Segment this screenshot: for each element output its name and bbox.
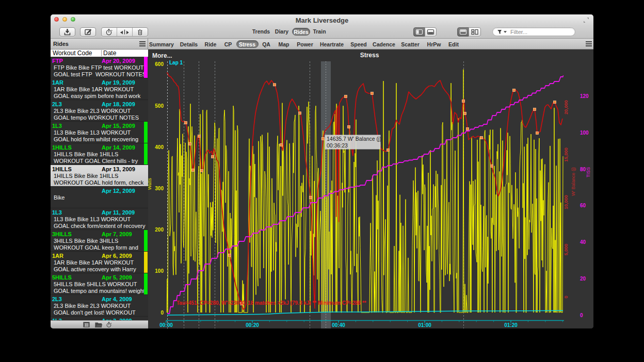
- svg-text:500: 500: [155, 103, 164, 109]
- svg-text:300: 300: [155, 186, 164, 191]
- svg-text:80: 80: [580, 167, 586, 172]
- svg-text:60: 60: [580, 203, 586, 208]
- svg-text:TISS: TISS: [586, 167, 591, 177]
- svg-text:01:00: 01:00: [418, 322, 431, 328]
- svg-text:200: 200: [155, 227, 164, 233]
- svg-text:100: 100: [580, 130, 589, 136]
- svg-text:00:00: 00:00: [159, 322, 173, 328]
- svg-text:20: 20: [580, 276, 586, 282]
- svg-text:Lap 1: Lap 1: [169, 60, 183, 65]
- svg-text:400: 400: [155, 144, 164, 150]
- svg-text:14635.7 W' Balance (j): 14635.7 W' Balance (j): [327, 136, 381, 142]
- svg-text:600: 600: [155, 61, 164, 67]
- svg-text:5,000: 5,000: [564, 244, 569, 256]
- svg-text:120: 120: [580, 93, 589, 99]
- svg-text:00:40: 00:40: [332, 322, 345, 328]
- svg-text:Watts: Watts: [148, 178, 152, 190]
- svg-text:40: 40: [580, 239, 586, 245]
- svg-text:20,000: 20,000: [564, 100, 569, 114]
- svg-text:More...: More...: [152, 52, 172, 59]
- svg-text:100: 100: [155, 268, 164, 274]
- svg-text:0: 0: [160, 310, 164, 316]
- svg-text:Tau=451, CP=280, W'=23000, 18: Tau=451, CP=280, W'=23000, 18 matches >2…: [176, 300, 366, 306]
- svg-text:10,000: 10,000: [564, 195, 569, 209]
- svg-text:01:20: 01:20: [504, 322, 518, 328]
- svg-text:0: 0: [564, 295, 569, 298]
- svg-text:00:36:23: 00:36:23: [327, 142, 348, 149]
- svg-text:W' Balance (j): W' Balance (j): [571, 167, 576, 196]
- svg-text:00:20: 00:20: [246, 322, 259, 328]
- svg-text:0: 0: [580, 312, 583, 318]
- svg-text:15,000: 15,000: [564, 147, 569, 162]
- svg-text:Stress: Stress: [360, 52, 379, 59]
